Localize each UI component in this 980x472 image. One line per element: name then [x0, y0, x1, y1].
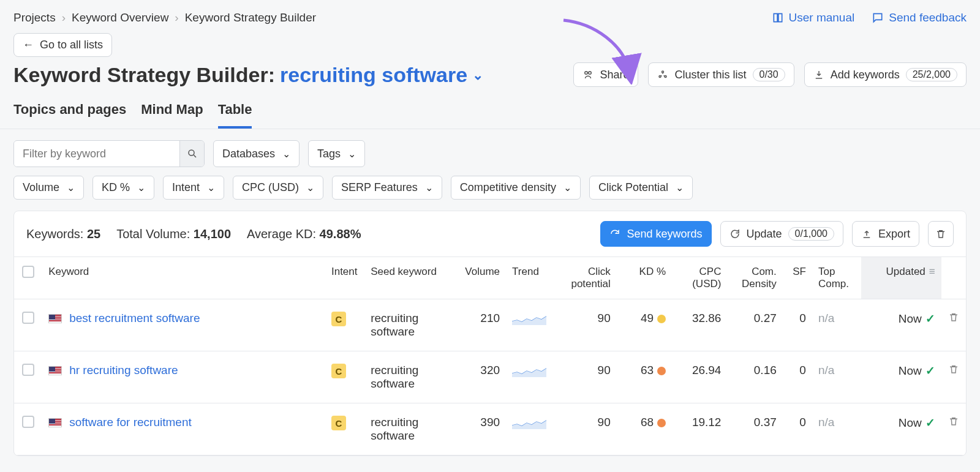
filter-tags[interactable]: Tags⌄	[308, 140, 365, 167]
col-sf[interactable]: SF	[783, 257, 812, 299]
filter-kd[interactable]: KD %⌄	[92, 176, 154, 200]
svg-point-3	[659, 76, 661, 78]
row-delete-button[interactable]	[948, 416, 959, 429]
send-keywords-button[interactable]: Send keywords	[600, 221, 711, 247]
check-icon: ✓	[925, 416, 935, 429]
col-seed[interactable]: Seed keyword	[364, 257, 451, 299]
select-all-checkbox[interactable]	[22, 266, 34, 278]
keyword-link[interactable]: best recruitment software	[69, 312, 200, 325]
filter-keyword-input[interactable]	[14, 141, 179, 167]
chevron-down-icon: ⌄	[67, 182, 75, 193]
breadcrumb-item[interactable]: Keyword Overview	[72, 11, 168, 24]
tab-topics-and-pages[interactable]: Topics and pages	[13, 102, 126, 129]
click-potential-value: 90	[555, 403, 616, 455]
list-name-dropdown[interactable]: recruiting software ⌄	[280, 63, 483, 87]
seed-keyword: recruiting software	[364, 351, 451, 403]
row-checkbox[interactable]	[22, 416, 34, 428]
top-comp-value: n/a	[812, 403, 861, 455]
update-button[interactable]: Update 0/1,000	[720, 221, 843, 247]
chevron-down-icon: ⌄	[306, 182, 314, 193]
table-row: best recruitment software C recruiting s…	[14, 299, 966, 351]
tab-mind-map[interactable]: Mind Map	[141, 102, 203, 129]
table-row: software for recruitment C recruiting so…	[14, 403, 966, 455]
check-icon: ✓	[925, 364, 935, 377]
send-feedback-link[interactable]: Send feedback	[872, 11, 967, 24]
col-kd[interactable]: KD %	[617, 257, 672, 299]
cpc-value: 32.86	[672, 299, 727, 351]
flag-us-icon	[48, 314, 62, 323]
filter-serp-features[interactable]: SERP Features⌄	[332, 176, 442, 200]
row-checkbox[interactable]	[22, 312, 34, 324]
trash-icon	[948, 312, 959, 323]
keyword-link[interactable]: hr recruiting software	[69, 364, 178, 377]
volume-value: 210	[451, 299, 506, 351]
row-delete-button[interactable]	[948, 364, 959, 377]
updated-value: Now✓	[861, 299, 941, 351]
summary-stats: Keywords: 25 Total Volume: 14,100 Averag…	[26, 227, 361, 241]
trash-icon	[948, 416, 959, 427]
kd-value: 68	[617, 403, 672, 455]
chevron-right-icon: ›	[175, 11, 178, 24]
col-updated[interactable]: Updated≡	[861, 257, 941, 299]
col-keyword[interactable]: Keyword	[42, 257, 325, 299]
trend-sparkline	[512, 364, 549, 377]
chevron-down-icon: ⌄	[348, 148, 356, 160]
redo-icon	[609, 228, 620, 239]
filter-intent[interactable]: Intent⌄	[163, 176, 224, 200]
row-checkbox[interactable]	[22, 364, 34, 376]
svg-point-1	[589, 72, 592, 75]
go-to-all-lists-button[interactable]: ← Go to all lists	[13, 33, 112, 57]
kd-dot-icon	[657, 419, 666, 427]
col-top-comp[interactable]: Top Comp.	[812, 257, 861, 299]
tabs: Topics and pages Mind Map Table	[0, 87, 980, 129]
filter-click-potential[interactable]: Click Potential⌄	[589, 176, 693, 200]
volume-value: 390	[451, 403, 506, 455]
keyword-link[interactable]: software for recruitment	[69, 416, 192, 429]
refresh-icon	[729, 228, 741, 239]
intent-badge: C	[331, 364, 346, 378]
breadcrumb: Projects › Keyword Overview › Keyword St…	[13, 11, 316, 24]
updated-value: Now✓	[861, 403, 941, 455]
filter-cpc[interactable]: CPC (USD)⌄	[233, 176, 323, 200]
sort-icon: ≡	[929, 266, 935, 277]
share-button[interactable]: Share	[573, 62, 638, 87]
export-button[interactable]: Export	[852, 221, 919, 247]
chevron-down-icon: ⌄	[676, 182, 684, 193]
chevron-down-icon: ⌄	[282, 148, 290, 160]
filter-databases[interactable]: Databases⌄	[213, 140, 300, 167]
breadcrumb-item[interactable]: Projects	[13, 11, 56, 24]
filter-volume[interactable]: Volume⌄	[13, 176, 84, 200]
cluster-list-button[interactable]: Cluster this list 0/30	[648, 62, 794, 87]
add-keywords-button[interactable]: Add keywords 25/2,000	[804, 62, 967, 87]
col-volume[interactable]: Volume	[451, 257, 506, 299]
sf-value: 0	[783, 403, 812, 455]
col-com-density[interactable]: Com. Density	[727, 257, 782, 299]
com-density-value: 0.37	[727, 403, 782, 455]
tab-table[interactable]: Table	[218, 102, 252, 129]
click-potential-value: 90	[555, 299, 616, 351]
user-manual-link[interactable]: User manual	[772, 11, 855, 24]
sf-value: 0	[783, 351, 812, 403]
search-button[interactable]	[179, 141, 204, 167]
col-click-potential[interactable]: Click potential	[555, 257, 616, 299]
trash-icon	[948, 364, 959, 375]
trend-sparkline	[512, 312, 549, 325]
col-trend[interactable]: Trend	[506, 257, 555, 299]
row-delete-button[interactable]	[948, 312, 959, 325]
flag-us-icon	[48, 418, 62, 427]
col-intent[interactable]: Intent	[325, 257, 364, 299]
arrow-left-icon: ←	[23, 39, 34, 51]
check-icon: ✓	[925, 312, 935, 325]
chevron-down-icon: ⌄	[472, 67, 483, 83]
volume-value: 320	[451, 351, 506, 403]
chevron-down-icon: ⌄	[564, 182, 571, 193]
col-cpc[interactable]: CPC (USD)	[672, 257, 727, 299]
delete-all-button[interactable]	[928, 221, 954, 247]
top-comp-value: n/a	[812, 299, 861, 351]
filter-competitive-density[interactable]: Competitive density⌄	[451, 176, 581, 200]
breadcrumb-item[interactable]: Keyword Strategy Builder	[185, 11, 316, 24]
flag-us-icon	[48, 366, 62, 375]
svg-point-2	[662, 71, 664, 73]
kd-value: 63	[617, 351, 672, 403]
chevron-down-icon: ⌄	[207, 182, 215, 193]
